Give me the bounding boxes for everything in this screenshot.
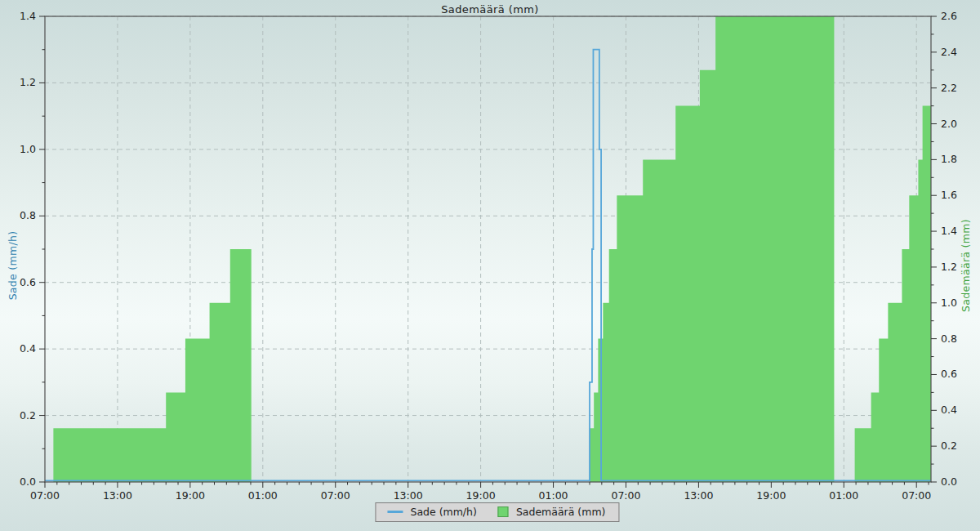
svg-text:19:00: 19:00: [176, 489, 205, 502]
legend-label: Sademäärä (mm): [516, 506, 606, 518]
svg-text:01:00: 01:00: [248, 489, 278, 502]
svg-text:2.2: 2.2: [941, 82, 957, 94]
legend: Sade (mm/h) Sademäärä (mm): [375, 502, 619, 522]
svg-text:07:00: 07:00: [611, 489, 640, 502]
svg-text:0.4: 0.4: [20, 342, 36, 355]
svg-text:0.6: 0.6: [941, 368, 957, 380]
svg-text:01:00: 01:00: [829, 489, 858, 502]
chart-title: Sademäärä (mm): [0, 3, 980, 16]
svg-text:0.8: 0.8: [20, 209, 36, 221]
line-swatch-icon: [387, 511, 403, 513]
y-axis-label-left: Sade (mm/h): [7, 231, 19, 301]
legend-item-sademaara: Sademäärä (mm): [498, 506, 606, 518]
svg-text:1.2: 1.2: [20, 76, 36, 88]
svg-text:1.2: 1.2: [941, 261, 957, 273]
svg-text:1.0: 1.0: [941, 297, 957, 309]
chart-canvas: 07:0013:0019:0001:0007:0013:0019:0001:00…: [0, 0, 980, 531]
svg-text:1.0: 1.0: [20, 143, 36, 155]
svg-text:2.4: 2.4: [941, 46, 957, 58]
svg-text:0.0: 0.0: [941, 475, 957, 488]
legend-item-sade: Sade (mm/h): [387, 506, 476, 518]
svg-text:13:00: 13:00: [103, 489, 132, 502]
svg-text:1.6: 1.6: [941, 189, 957, 201]
svg-text:07:00: 07:00: [30, 489, 60, 502]
svg-text:07:00: 07:00: [902, 489, 931, 502]
svg-text:07:00: 07:00: [321, 489, 350, 502]
svg-text:2.0: 2.0: [941, 118, 957, 130]
svg-text:13:00: 13:00: [684, 489, 713, 502]
y-axis-label-right: Sademäärä (mm): [960, 219, 972, 312]
square-swatch-icon: [498, 506, 509, 517]
svg-text:0.8: 0.8: [941, 332, 957, 345]
legend-label: Sade (mm/h): [410, 506, 476, 518]
svg-text:1.4: 1.4: [941, 225, 957, 237]
svg-text:0.6: 0.6: [20, 276, 36, 288]
svg-text:01:00: 01:00: [539, 489, 568, 502]
svg-text:1.8: 1.8: [941, 153, 957, 165]
svg-text:0.4: 0.4: [941, 404, 957, 416]
svg-text:0.2: 0.2: [20, 409, 36, 422]
svg-text:0.0: 0.0: [20, 475, 36, 488]
svg-text:19:00: 19:00: [466, 489, 496, 502]
svg-text:13:00: 13:00: [394, 489, 423, 502]
precipitation-chart: 07:0013:0019:0001:0007:0013:0019:0001:00…: [0, 0, 980, 531]
svg-text:0.2: 0.2: [941, 440, 957, 452]
svg-text:19:00: 19:00: [756, 489, 786, 502]
